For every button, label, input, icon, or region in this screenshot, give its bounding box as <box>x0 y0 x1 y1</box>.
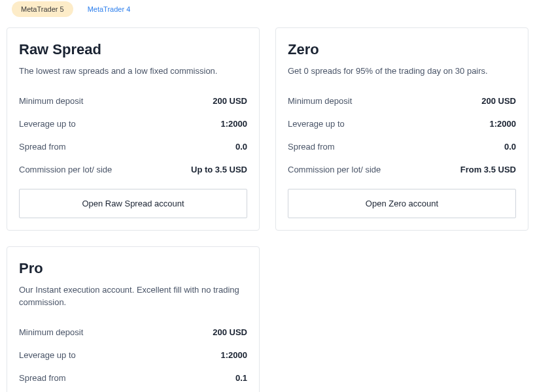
spec-value: 1:2000 <box>490 119 516 129</box>
spec-row: Commission per lot/ side Up to 3.5 USD <box>19 158 247 181</box>
spec-value: 200 USD <box>213 96 247 106</box>
spec-label: Minimum deposit <box>288 96 352 106</box>
spec-row: Spread from 0.0 <box>19 135 247 158</box>
account-card-rawspread: Raw Spread The lowest raw spreads and a … <box>7 27 260 231</box>
spec-value: 1:2000 <box>221 119 247 129</box>
card-title: Zero <box>288 41 516 58</box>
spec-value: 0.0 <box>504 142 516 152</box>
spec-row: Leverage up to 1:2000 <box>19 344 247 367</box>
spec-row: Minimum deposit 200 USD <box>19 321 247 344</box>
spec-value: 200 USD <box>481 96 516 106</box>
spec-label: Minimum deposit <box>19 327 83 337</box>
spec-value: 0.1 <box>235 373 247 383</box>
spec-label: Commission per lot/ side <box>19 165 112 174</box>
spec-row: Minimum deposit 200 USD <box>288 90 516 112</box>
spec-row: Commission per lot/ side From 3.5 USD <box>288 158 516 181</box>
open-zero-account-button[interactable]: Open Zero account <box>288 189 516 218</box>
spec-row: Spread from 0.0 <box>288 135 516 158</box>
spec-row: Leverage up to 1:2000 <box>288 112 516 135</box>
platform-tabs: MetaTrader 5 MetaTrader 4 <box>7 0 528 27</box>
account-card-pro: Pro Our Instant execution account. Excel… <box>7 246 260 393</box>
spec-row: Leverage up to 1:2000 <box>19 112 247 135</box>
spec-value: From 3.5 USD <box>460 165 516 174</box>
card-title: Raw Spread <box>19 41 247 58</box>
spec-value: 0.0 <box>235 142 247 152</box>
spec-label: Spread from <box>288 142 335 152</box>
account-card-zero: Zero Get 0 spreads for 95% of the tradin… <box>275 27 528 231</box>
spec-label: Commission per lot/ side <box>288 165 381 174</box>
spec-label: Leverage up to <box>288 119 345 129</box>
tab-metatrader4[interactable]: MetaTrader 4 <box>78 1 140 17</box>
spec-label: Leverage up to <box>19 350 76 360</box>
card-description: Get 0 spreads for 95% of the trading day… <box>288 65 516 78</box>
spec-row: Spread from 0.1 <box>19 367 247 389</box>
card-description: The lowest raw spreads and a low fixed c… <box>19 65 247 78</box>
spec-label: Minimum deposit <box>19 96 83 106</box>
spec-label: Leverage up to <box>19 119 76 129</box>
spec-label: Spread from <box>19 142 66 152</box>
spec-label: Spread from <box>19 373 66 383</box>
spec-row: Minimum deposit 200 USD <box>19 90 247 112</box>
spec-value: 200 USD <box>213 327 247 337</box>
card-title: Pro <box>19 260 247 277</box>
open-rawspread-account-button[interactable]: Open Raw Spread account <box>19 189 247 218</box>
card-description: Our Instant execution account. Excellent… <box>19 284 247 309</box>
spec-value: Up to 3.5 USD <box>191 165 247 174</box>
spec-note: No trading commission <box>19 389 247 393</box>
tab-metatrader5[interactable]: MetaTrader 5 <box>12 1 73 17</box>
spec-value: 1:2000 <box>221 350 247 360</box>
accounts-grid: Raw Spread The lowest raw spreads and a … <box>7 27 528 392</box>
